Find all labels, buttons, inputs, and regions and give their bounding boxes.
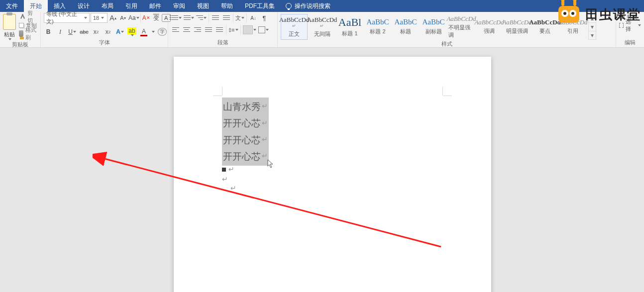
sort-button[interactable]: A↓ <box>249 13 258 23</box>
tell-me-label: 操作说明搜索 <box>295 2 330 10</box>
tab-mailings[interactable]: 邮件 <box>143 0 167 12</box>
align-right-button[interactable] <box>193 25 202 35</box>
multilevel-button[interactable] <box>196 13 207 23</box>
color-bar <box>140 35 147 36</box>
style-item[interactable]: AaBbC标题 <box>392 14 419 40</box>
style-item[interactable]: AaBbCcDd不明显强调 <box>448 14 475 40</box>
bullets-button[interactable] <box>171 13 182 23</box>
enclosed-char-button[interactable]: 字 <box>158 28 167 36</box>
format-painter-button[interactable]: 格式刷 <box>19 30 37 38</box>
chevron-down-icon <box>84 17 87 19</box>
tab-review[interactable]: 审阅 <box>167 0 191 12</box>
group-font: 等线 (中文正文) 18 A▴ A▾ Aa A✕ 变 A B I U abc x… <box>41 12 168 47</box>
cursor-line: ↵ <box>222 165 234 173</box>
align-center-button[interactable] <box>182 25 191 35</box>
page[interactable]: 山青水秀↵开开心芯↵开开心芯↵开开心芯↵ ↵ ↵ ↵ <box>174 57 491 292</box>
tab-references[interactable]: 引用 <box>119 0 143 12</box>
chevron-down-icon <box>73 31 76 33</box>
borders-button[interactable] <box>258 25 269 35</box>
tab-view[interactable]: 视图 <box>191 0 215 12</box>
watermark-logo: 田虫课堂 <box>555 1 641 28</box>
strikethrough-button[interactable]: abc <box>80 27 89 37</box>
group-label-paragraph: 段落 <box>171 38 274 47</box>
increase-indent-button[interactable] <box>222 13 231 23</box>
justify-button[interactable] <box>204 25 213 35</box>
subscript-button[interactable]: x2 <box>92 27 101 37</box>
chevron-down-icon <box>101 17 104 19</box>
text-line[interactable]: 开开心芯↵ <box>223 132 268 148</box>
shading-icon <box>243 25 253 34</box>
tab-file[interactable]: 文件 <box>0 0 24 12</box>
text-line[interactable]: 开开心芯↵ <box>223 115 268 131</box>
distributed-button[interactable] <box>215 25 224 35</box>
paste-button[interactable]: 粘贴 <box>3 13 16 40</box>
decrease-indent-button[interactable] <box>211 13 220 23</box>
group-clipboard: 粘贴 剪切 复制 格式刷 剪贴板 <box>0 12 41 47</box>
phonetic-guide-button[interactable]: 变 <box>152 13 161 23</box>
bold-button[interactable]: B <box>44 27 53 37</box>
numbering-button[interactable] <box>184 13 194 23</box>
style-item[interactable]: AaBbCcDd明显强调 <box>504 14 531 40</box>
font-size-combo[interactable]: 18 <box>91 13 107 23</box>
line-spacing-button[interactable]: ‡≡ <box>228 25 238 35</box>
ribbon: 粘贴 剪切 复制 格式刷 剪贴板 等线 (中文正文) 18 A▴ A▾ Aa A… <box>0 12 644 48</box>
grow-font-button[interactable]: A▴ <box>108 13 117 23</box>
italic-button[interactable]: I <box>56 27 65 37</box>
shading-button[interactable] <box>243 25 256 35</box>
format-painter-icon <box>19 30 23 37</box>
mouse-cursor-icon <box>267 159 274 168</box>
selected-text[interactable]: 山青水秀↵开开心芯↵开开心芯↵开开心芯↵ <box>222 97 269 166</box>
chevron-down-icon[interactable] <box>152 31 155 33</box>
style-item[interactable]: AaBbCcDd↵正文 <box>281 14 308 40</box>
text-cursor-icon <box>222 168 226 172</box>
underline-button[interactable]: U <box>68 27 77 37</box>
align-left-button[interactable] <box>171 25 180 35</box>
cut-icon <box>19 14 25 20</box>
tab-layout[interactable]: 布局 <box>96 0 119 12</box>
watermark-text: 田虫课堂 <box>585 6 641 23</box>
highlight-button[interactable]: ab <box>127 27 136 37</box>
paste-label: 粘贴 <box>4 31 15 38</box>
paste-icon <box>3 14 16 30</box>
superscript-button[interactable]: x2 <box>104 27 112 37</box>
show-marks-button[interactable]: ¶ <box>260 13 269 23</box>
group-label-editing: 编辑 <box>619 38 641 47</box>
asian-layout-button[interactable]: 文 <box>235 13 244 23</box>
font-name-combo[interactable]: 等线 (中文正文) <box>44 13 90 23</box>
text-effects-button[interactable]: A <box>115 27 124 37</box>
chevron-down-icon <box>136 17 139 19</box>
logo-icon <box>555 1 582 28</box>
text-line[interactable]: 山青水秀↵ <box>223 98 268 115</box>
bulb-icon <box>286 3 292 9</box>
copy-icon <box>19 23 24 28</box>
ribbon-tabs: 文件 开始 插入 设计 布局 引用 邮件 审阅 视图 帮助 PDF工具集 操作说… <box>0 0 644 12</box>
style-item[interactable]: AaBbC副标题 <box>420 14 447 40</box>
tell-me[interactable]: 操作说明搜索 <box>281 0 335 12</box>
group-paragraph: 文 A↓ ¶ ‡≡ 段落 <box>168 12 278 47</box>
style-item[interactable]: AaBbCcDd要点 <box>532 14 558 40</box>
style-item[interactable]: AaBbCcDd↵无间隔 <box>309 14 335 40</box>
document-area[interactable]: 山青水秀↵开开心芯↵开开心芯↵开开心芯↵ ↵ ↵ ↵ <box>0 48 644 292</box>
shrink-font-button[interactable]: A▾ <box>118 13 127 23</box>
clear-formatting-button[interactable]: A✕ <box>142 13 151 23</box>
style-item[interactable]: AaBbC标题 2 <box>364 14 391 40</box>
style-item[interactable]: AaBbCcDd强调 <box>476 14 503 40</box>
text-line[interactable]: 开开心芯↵ <box>223 148 268 165</box>
tab-help[interactable]: 帮助 <box>215 0 239 12</box>
chevron-down-icon <box>121 31 124 33</box>
change-case-button[interactable]: Aa <box>128 13 139 23</box>
chevron-down-icon <box>131 34 134 36</box>
font-color-button[interactable]: A <box>139 27 148 37</box>
tab-pdf[interactable]: PDF工具集 <box>239 0 281 12</box>
group-label-font: 字体 <box>44 38 165 47</box>
cut-button[interactable]: 剪切 <box>19 13 37 21</box>
style-item[interactable]: AaBl标题 1 <box>336 14 363 40</box>
